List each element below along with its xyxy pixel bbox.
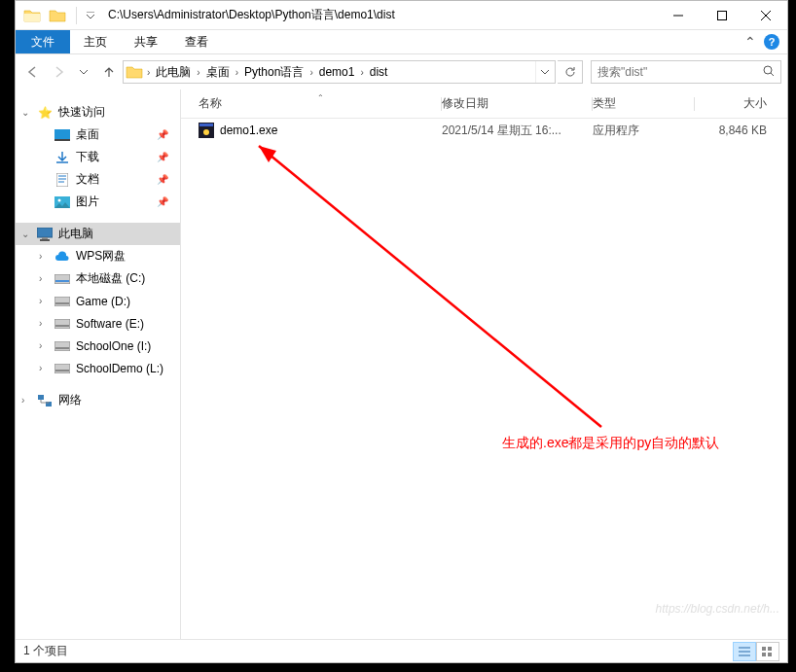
svg-rect-27 [762, 647, 766, 651]
file-size: 8,846 KB [695, 124, 780, 137]
svg-point-1 [764, 66, 772, 74]
maximize-button[interactable] [700, 1, 743, 29]
sidebar-drive-i[interactable]: ›SchoolOne (I:) [16, 335, 180, 357]
column-headers: ⌃名称 修改日期 类型 大小 [181, 89, 787, 119]
close-button[interactable] [743, 1, 787, 29]
search-input[interactable] [597, 65, 763, 79]
qat-customize-button[interactable] [83, 8, 98, 23]
col-type[interactable]: 类型 [593, 95, 695, 112]
network-icon [37, 393, 53, 408]
forward-button[interactable] [47, 60, 70, 84]
chevron-right-icon[interactable]: › [145, 67, 152, 78]
sidebar-desktop[interactable]: 桌面📌 [16, 124, 180, 146]
folder-icon [126, 64, 143, 80]
col-date[interactable]: 修改日期 [442, 95, 593, 112]
download-icon [54, 150, 70, 165]
sidebar-wps[interactable]: ›WPS网盘 [16, 245, 180, 267]
status-bar: 1 个项目 [16, 639, 787, 662]
svg-rect-8 [42, 237, 48, 239]
address-dropdown[interactable] [535, 61, 553, 83]
pin-icon: 📌 [157, 174, 168, 185]
sidebar-quick-access[interactable]: ⌄⭐快速访问 [16, 101, 180, 124]
svg-rect-19 [55, 370, 69, 371]
sidebar-downloads[interactable]: 下载📌 [16, 146, 180, 168]
search-box[interactable] [591, 60, 781, 84]
window-controls [656, 1, 787, 29]
refresh-button[interactable] [558, 60, 583, 84]
svg-rect-23 [199, 124, 213, 126]
pin-icon: 📌 [157, 196, 168, 207]
file-name: demo1.exe [220, 124, 277, 137]
sidebar-pictures[interactable]: 图片📌 [16, 191, 180, 213]
breadcrumb-seg[interactable]: dist [366, 61, 392, 83]
minimize-ribbon-button[interactable]: ⌃ [744, 34, 756, 50]
pin-icon: 📌 [157, 152, 168, 162]
sidebar-drive-l[interactable]: ›SchoolDemo (L:) [16, 357, 180, 379]
svg-rect-16 [54, 341, 70, 351]
svg-rect-10 [54, 274, 70, 284]
col-size[interactable]: 大小 [695, 95, 780, 112]
star-icon: ⭐ [37, 105, 53, 121]
col-name[interactable]: ⌃名称 [199, 95, 442, 112]
file-list-area: ⌃名称 修改日期 类型 大小 demo1.exe 2021/5/14 星期五 1… [181, 89, 787, 639]
chevron-right-icon[interactable]: › [195, 67, 201, 78]
sidebar-drive-c[interactable]: ›本地磁盘 (C:) [16, 267, 180, 290]
separator [76, 7, 77, 24]
svg-rect-14 [54, 319, 70, 329]
drive-icon [54, 338, 70, 354]
svg-rect-30 [768, 653, 772, 656]
svg-rect-11 [55, 280, 69, 282]
recent-dropdown[interactable] [72, 60, 95, 84]
explorer-window: C:\Users\Administrator\Desktop\Python语言\… [15, 0, 788, 663]
breadcrumb-seg[interactable]: Python语言 [240, 61, 308, 83]
sidebar-drive-e[interactable]: ›Software (E:) [16, 312, 180, 335]
view-tab[interactable]: 查看 [171, 30, 222, 53]
search-icon[interactable] [763, 63, 775, 81]
ribbon-tabs: 文件 主页 共享 查看 ⌃ ? [16, 30, 787, 54]
drive-icon [54, 294, 70, 309]
minimize-button[interactable] [656, 1, 700, 29]
file-rows: demo1.exe 2021/5/14 星期五 16:... 应用程序 8,84… [181, 119, 787, 639]
back-button[interactable] [21, 60, 45, 84]
breadcrumb-seg[interactable]: demo1 [315, 61, 359, 83]
svg-rect-15 [55, 325, 69, 327]
pin-icon: 📌 [157, 129, 168, 140]
details-view-button[interactable] [733, 642, 756, 661]
breadcrumb-seg[interactable]: 桌面 [202, 61, 234, 83]
drive-icon [54, 361, 70, 376]
svg-rect-18 [54, 364, 70, 373]
cloud-icon [54, 249, 70, 265]
svg-rect-0 [717, 11, 726, 19]
drive-icon [54, 316, 70, 332]
sidebar-drive-d[interactable]: ›Game (D:) [16, 290, 180, 312]
chevron-right-icon[interactable]: › [234, 67, 240, 78]
svg-rect-12 [54, 297, 70, 306]
file-date: 2021/5/14 星期五 16:... [442, 123, 593, 139]
svg-rect-13 [55, 302, 69, 304]
file-row[interactable]: demo1.exe 2021/5/14 星期五 16:... 应用程序 8,84… [181, 119, 787, 142]
chevron-right-icon[interactable]: › [308, 67, 314, 78]
svg-rect-20 [38, 395, 44, 400]
svg-rect-7 [37, 228, 53, 237]
help-icon[interactable]: ? [764, 34, 779, 50]
icons-view-button[interactable] [756, 642, 779, 661]
svg-rect-3 [54, 139, 70, 141]
window-title: C:\Users\Administrator\Desktop\Python语言\… [108, 7, 656, 23]
file-tab[interactable]: 文件 [16, 30, 70, 53]
address-bar[interactable]: › 此电脑 › 桌面 › Python语言 › demo1 › dist [123, 60, 556, 84]
document-icon [54, 172, 70, 188]
sidebar-this-pc[interactable]: ⌄此电脑 [16, 223, 180, 245]
share-tab[interactable]: 共享 [121, 30, 171, 53]
computer-icon [37, 227, 53, 242]
up-button[interactable] [97, 60, 121, 84]
nav-row: › 此电脑 › 桌面 › Python语言 › demo1 › dist [16, 54, 787, 89]
explorer-icon [23, 8, 41, 23]
content-area: ⌄⭐快速访问 桌面📌 下载📌 文档📌 图片📌 ⌄此电脑 ›WPS网盘 ›本地磁盘… [16, 89, 787, 639]
sidebar-network[interactable]: ›网络 [16, 389, 180, 411]
svg-rect-28 [768, 647, 772, 651]
sidebar-documents[interactable]: 文档📌 [16, 168, 180, 191]
home-tab[interactable]: 主页 [70, 30, 121, 53]
breadcrumb-root[interactable]: 此电脑 [152, 61, 195, 83]
pictures-icon [54, 195, 70, 210]
chevron-right-icon[interactable]: › [358, 67, 365, 78]
